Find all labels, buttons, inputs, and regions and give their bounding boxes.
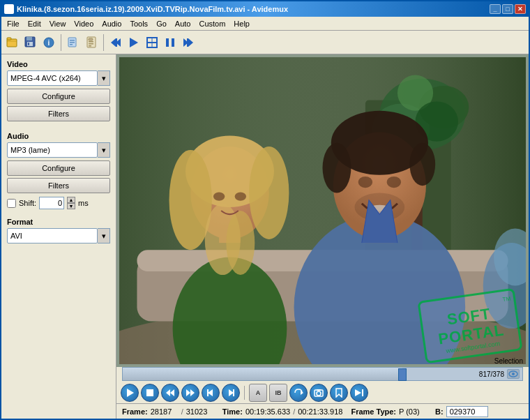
timeline-thumb[interactable]: [398, 368, 407, 381]
skip-end-button[interactable]: [350, 384, 368, 402]
menu-audio[interactable]: Audio: [98, 18, 126, 29]
title-bar: Klinika.(8.sezon.16seria.iz.19).2009.Xvi…: [1, 1, 529, 17]
menu-tools[interactable]: Tools: [126, 18, 152, 29]
menu-file[interactable]: File: [3, 18, 24, 29]
stop-button[interactable]: [141, 384, 159, 402]
play-button[interactable]: [121, 384, 139, 402]
frame-label: Frame:: [122, 407, 148, 416]
svg-rect-27: [187, 38, 188, 47]
save-button[interactable]: [22, 34, 39, 51]
info-button[interactable]: i: [40, 34, 57, 51]
timeline-container: Selection 817/378: [119, 367, 526, 381]
frame-current: 28187: [151, 407, 179, 416]
frame-total: 31023: [186, 407, 214, 416]
video-codec-select[interactable]: MPEG-4 AVC (x264): [7, 70, 98, 86]
title-bar-buttons: _ □ ✕: [490, 4, 526, 14]
playback-controls: A IB: [116, 382, 529, 403]
format-arrow[interactable]: ▾: [98, 228, 110, 243]
svg-rect-9: [70, 40, 75, 41]
window-title: Klinika.(8.sezon.16seria.iz.19).2009.Xvi…: [17, 5, 490, 13]
menu-go[interactable]: Go: [152, 18, 171, 29]
svg-rect-14: [89, 41, 93, 43]
toolbar: i: [1, 31, 529, 54]
audio-section: Audio MP3 (lame) ▾ Configure Filters Shi…: [7, 132, 110, 209]
watermark-stamp: TM SOFT PORTAL www.softportal.com: [417, 288, 522, 364]
svg-rect-0: [7, 39, 17, 47]
svg-rect-74: [233, 389, 234, 396]
svg-rect-10: [70, 42, 75, 43]
spin-down[interactable]: ▼: [67, 203, 75, 209]
time-label: Time:: [222, 407, 243, 416]
stop-toolbar-button[interactable]: [144, 34, 160, 51]
toolbar-separator-1: [61, 34, 61, 51]
format-row: AVI ▾: [7, 228, 110, 243]
svg-rect-80: [362, 389, 363, 396]
shift-input[interactable]: [39, 197, 64, 209]
shift-spinner: ▲ ▼: [67, 197, 75, 209]
svg-marker-70: [190, 389, 195, 396]
mark-a-button[interactable]: A: [249, 384, 267, 402]
maximize-button[interactable]: □: [502, 4, 513, 14]
rewind-button[interactable]: [161, 384, 179, 402]
minimize-button[interactable]: _: [490, 4, 501, 14]
frame-info-group: Frame: 28187 / 31023: [122, 407, 214, 416]
menu-video[interactable]: Video: [70, 18, 98, 29]
audio-codec-select[interactable]: MP3 (lame): [7, 142, 98, 158]
play-toolbar-button[interactable]: [126, 34, 142, 51]
svg-marker-73: [229, 389, 234, 396]
step-fwd-button[interactable]: [222, 384, 240, 402]
copy-frame-button[interactable]: [65, 34, 82, 51]
paste-button[interactable]: [83, 34, 100, 51]
frame-type-group: Frame Type: P (03): [351, 407, 427, 416]
snapshot-button[interactable]: [310, 384, 328, 402]
loop-button[interactable]: [289, 384, 308, 402]
shift-checkbox[interactable]: [7, 199, 16, 208]
format-select[interactable]: AVI: [7, 228, 98, 243]
app-icon: [4, 4, 14, 14]
svg-marker-28: [188, 38, 193, 47]
svg-rect-66: [146, 389, 153, 396]
audio-codec-arrow[interactable]: ▾: [98, 142, 110, 158]
watermark: TM SOFT PORTAL www.softportal.com: [421, 294, 519, 357]
video-configure-button[interactable]: Configure: [7, 89, 110, 104]
menu-help[interactable]: Help: [229, 18, 254, 29]
timeline-eye-button[interactable]: [507, 369, 520, 379]
fastforward-toolbar-button[interactable]: [180, 34, 197, 51]
pause-toolbar-button[interactable]: [162, 34, 179, 51]
audio-configure-button[interactable]: Configure: [7, 160, 110, 176]
frame-info-bar: Frame: 28187 / 31023 Time: 00:19:35.633 …: [116, 403, 529, 419]
svg-point-55: [323, 143, 351, 193]
forward-button[interactable]: [181, 384, 199, 402]
menu-auto[interactable]: Auto: [171, 18, 195, 29]
svg-marker-67: [166, 389, 170, 396]
svg-point-56: [409, 143, 435, 186]
open-button[interactable]: [4, 34, 21, 51]
close-button[interactable]: ✕: [515, 4, 526, 14]
format-section: Format AVI ▾: [7, 218, 110, 246]
audio-filters-button[interactable]: Filters: [7, 178, 110, 193]
video-filters-button[interactable]: Filters: [7, 106, 110, 121]
svg-marker-68: [170, 389, 174, 396]
main-content: Video MPEG-4 AVC (x264) ▾ Configure Filt…: [1, 54, 529, 419]
bottom-area: Selection 817/378: [116, 367, 529, 419]
video-frame: TM SOFT PORTAL www.softportal.com: [119, 57, 526, 364]
step-back-button[interactable]: [202, 384, 220, 402]
mark-b-button[interactable]: IB: [269, 384, 287, 402]
menu-custom[interactable]: Custom: [195, 18, 229, 29]
frame-divider: /: [181, 407, 183, 416]
rewind-toolbar-button[interactable]: [107, 34, 124, 51]
menu-edit[interactable]: Edit: [24, 18, 45, 29]
svg-rect-3: [26, 37, 32, 40]
bookmark-button[interactable]: [330, 384, 348, 402]
spin-up[interactable]: ▲: [67, 197, 75, 203]
svg-point-50: [235, 192, 246, 200]
svg-point-49: [213, 192, 225, 200]
svg-point-48: [226, 211, 255, 275]
menu-view[interactable]: View: [45, 18, 70, 29]
svg-marker-69: [186, 389, 190, 396]
svg-point-46: [249, 147, 289, 239]
video-codec-arrow[interactable]: ▾: [98, 70, 110, 86]
b-value-group: B: 029370: [435, 406, 488, 417]
timeline-bar[interactable]: 817/378: [122, 367, 523, 381]
video-preview: TM SOFT PORTAL www.softportal.com: [119, 57, 526, 364]
